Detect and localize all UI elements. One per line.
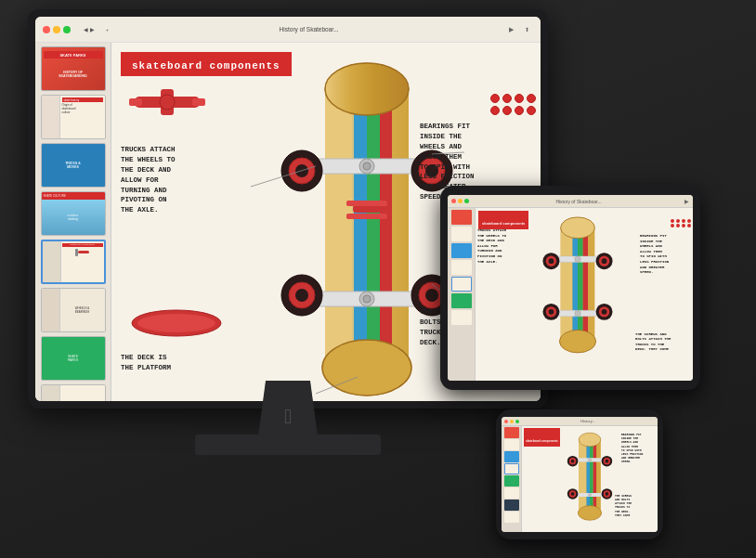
ipad-slides-panel bbox=[448, 208, 476, 381]
iphone-maximize-icon bbox=[515, 420, 519, 423]
iphone-thumb-2[interactable] bbox=[504, 439, 519, 450]
trucks-text: TRUCKS ATTACH THE WHEELS TO THE DECK AND… bbox=[121, 145, 176, 215]
ipad-bearings-dots bbox=[671, 219, 691, 227]
ipad-skateboard bbox=[513, 213, 643, 357]
svg-rect-50 bbox=[578, 227, 583, 341]
ipad-screws-text: THE SCREWS ANDBOLTS ATTACH THETRUCKS TO … bbox=[635, 332, 691, 353]
ipad-bezel: History of Skateboar... ▶ bbox=[440, 186, 700, 390]
bearings-dots bbox=[490, 94, 536, 115]
apple-logo-icon:  bbox=[284, 405, 292, 429]
bearing-dot bbox=[515, 94, 524, 103]
svg-point-54 bbox=[559, 330, 595, 352]
toolbar-title: History of Skateboar... bbox=[116, 26, 502, 32]
iphone-title: History... bbox=[521, 419, 655, 423]
svg-point-62 bbox=[575, 310, 581, 317]
iphone-thumb-8[interactable] bbox=[504, 512, 519, 523]
ipad-play-icon[interactable]: ▶ bbox=[684, 198, 689, 204]
slide-title-box: skateboard components bbox=[121, 52, 292, 76]
toolbar-play[interactable]: ▶ bbox=[505, 25, 517, 34]
iphone-thumb-7[interactable] bbox=[504, 500, 519, 511]
ipad-thumb-7[interactable] bbox=[451, 310, 472, 325]
ipad-maximize-icon bbox=[464, 199, 469, 203]
window-controls bbox=[43, 26, 71, 33]
svg-rect-4 bbox=[367, 89, 380, 368]
svg-point-87 bbox=[588, 458, 592, 461]
svg-point-74 bbox=[602, 309, 607, 315]
svg-point-68 bbox=[602, 258, 607, 264]
trucks-annotation: TRUCKS ATTACH THE WHEELS TO THE DECK AND… bbox=[121, 145, 176, 215]
iphone-thumb-1[interactable] bbox=[504, 427, 519, 438]
svg-point-94 bbox=[571, 460, 575, 463]
iphone-thumb-6[interactable] bbox=[504, 487, 519, 499]
iphone-slides-panel bbox=[502, 426, 522, 532]
imac-base bbox=[195, 435, 381, 455]
slide-thumb-7[interactable]: SKATEPARKS bbox=[41, 336, 106, 381]
maximize-button[interactable] bbox=[63, 26, 71, 33]
slide-thumb-6[interactable]: Wheels &Bearings bbox=[41, 288, 106, 332]
svg-rect-79 bbox=[590, 440, 593, 513]
close-button[interactable] bbox=[43, 26, 50, 33]
svg-point-28 bbox=[295, 289, 308, 302]
svg-rect-51 bbox=[583, 227, 588, 341]
slide-thumb-5[interactable]: skateboard components bbox=[41, 240, 106, 284]
iphone-thumb-5[interactable] bbox=[504, 475, 519, 487]
svg-point-71 bbox=[549, 309, 554, 315]
bearing-dot bbox=[527, 94, 536, 103]
iphone-bezel: History... bbox=[496, 409, 663, 539]
svg-point-43 bbox=[160, 95, 175, 110]
toolbar-item[interactable]: ◀ ▶ bbox=[80, 25, 98, 33]
truck-diagram bbox=[125, 80, 209, 130]
iphone: History... bbox=[496, 409, 663, 539]
ipad-thumb-1[interactable] bbox=[451, 210, 472, 225]
app-toolbar: ◀ ▶ + History of Skateboar... ▶ ⬆ bbox=[35, 17, 541, 43]
svg-point-19 bbox=[363, 295, 371, 303]
minimize-button[interactable] bbox=[53, 26, 60, 33]
ipad-close-icon bbox=[451, 199, 456, 203]
ipad-thumb-2[interactable] bbox=[451, 227, 472, 241]
scene: ◀ ▶ + History of Skateboar... ▶ ⬆ bbox=[0, 0, 756, 558]
ipad-canvas: skateboard components bbox=[476, 208, 693, 381]
svg-point-8 bbox=[325, 63, 409, 115]
svg-rect-41 bbox=[192, 98, 205, 106]
toolbar-add[interactable]: + bbox=[102, 26, 113, 33]
svg-rect-78 bbox=[586, 440, 590, 513]
slide-thumb-4[interactable]: SKATE CULTURE outdoorskating bbox=[41, 191, 106, 236]
ipad-trucks-text: TRUCKS ATTACHTHE WHEELS TOTHE DECK ANDAL… bbox=[477, 228, 506, 265]
iphone-thumb-4[interactable] bbox=[504, 463, 519, 474]
svg-point-53 bbox=[561, 217, 595, 239]
svg-rect-49 bbox=[572, 227, 578, 341]
toolbar-share[interactable]: ⬆ bbox=[521, 25, 533, 33]
svg-point-103 bbox=[606, 492, 609, 496]
svg-point-45 bbox=[137, 314, 215, 332]
svg-rect-3 bbox=[354, 89, 367, 368]
slide-thumb-1[interactable]: SKATE PARKS History ofSkateboarding bbox=[41, 46, 106, 91]
iphone-close-icon bbox=[504, 420, 508, 423]
svg-rect-80 bbox=[593, 440, 596, 513]
iphone-screws-text: THE SCREWSAND BOLTSATTACH THETRUCKS TOTH… bbox=[615, 495, 657, 518]
iphone-toolbar: History... bbox=[502, 417, 658, 426]
ipad-thumb-4[interactable] bbox=[451, 260, 472, 275]
ipad-thumb-3[interactable] bbox=[451, 243, 472, 258]
svg-point-31 bbox=[425, 289, 438, 302]
iphone-thumb-3[interactable] bbox=[504, 451, 519, 462]
bearing-dot bbox=[490, 106, 500, 115]
svg-point-91 bbox=[588, 493, 592, 497]
slide-thumb-2[interactable]: skate history Origin ofskateboardculture bbox=[41, 95, 106, 139]
iphone-bearings-text: BEARINGS FITINSIDE THEWHEELS ANDALLOW TH… bbox=[621, 434, 657, 465]
ipad-thumb-5[interactable] bbox=[451, 277, 472, 292]
svg-point-9 bbox=[322, 340, 411, 396]
ipad-thumb-6[interactable] bbox=[451, 293, 472, 308]
bearing-dot bbox=[502, 106, 512, 115]
svg-rect-33 bbox=[346, 201, 387, 206]
slide-thumb-8[interactable]: SafetyGear bbox=[41, 384, 106, 401]
ipad-title: History of Skateboar... bbox=[475, 199, 683, 204]
svg-rect-7 bbox=[392, 89, 409, 368]
slide-thumb-3[interactable]: TRICKS &MOVES bbox=[41, 143, 106, 188]
slides-panel: SKATE PARKS History ofSkateboarding bbox=[35, 43, 111, 401]
ipad-toolbar: History of Skateboar... ▶ bbox=[448, 195, 693, 208]
deck-annotation: THE DECK IS THE PLATFORM bbox=[121, 353, 171, 373]
ipad-screen: History of Skateboar... ▶ bbox=[448, 195, 693, 381]
svg-rect-40 bbox=[129, 98, 142, 106]
svg-point-100 bbox=[571, 492, 575, 496]
deck-diagram bbox=[130, 309, 223, 341]
